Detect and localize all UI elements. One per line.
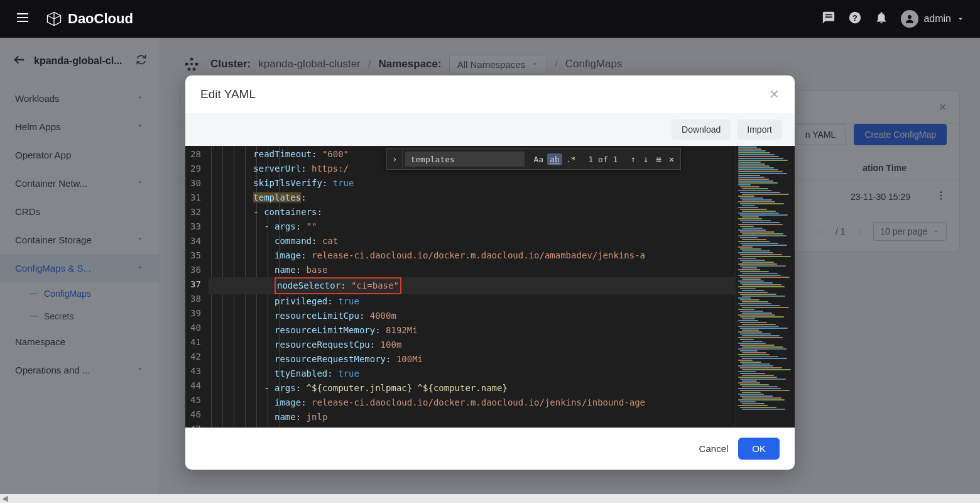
- find-close-icon[interactable]: ✕: [667, 153, 677, 165]
- brand-text: DaoCloud: [68, 11, 133, 27]
- h-scrollbar[interactable]: ◄: [0, 494, 980, 503]
- minimap[interactable]: [735, 146, 795, 428]
- daocloud-icon: [45, 10, 63, 28]
- user-menu[interactable]: admin: [901, 10, 965, 28]
- find-expand-icon[interactable]: ›: [387, 149, 403, 169]
- find-next-icon[interactable]: ↓: [641, 153, 651, 165]
- svg-text:?: ?: [853, 13, 858, 23]
- find-prev-icon[interactable]: ↑: [628, 153, 638, 165]
- help-icon[interactable]: ?: [848, 11, 862, 27]
- download-button[interactable]: Download: [672, 119, 731, 140]
- chevron-down-icon: [956, 14, 965, 23]
- import-button[interactable]: Import: [737, 119, 782, 140]
- cancel-button[interactable]: Cancel: [699, 443, 729, 454]
- chat-icon[interactable]: [822, 11, 836, 27]
- ok-button[interactable]: OK: [738, 438, 780, 460]
- user-name: admin: [923, 13, 951, 25]
- svg-point-5: [908, 15, 912, 19]
- modal-overlay: Edit YAML ✕ Download Import 282930313233…: [0, 38, 980, 503]
- user-avatar-icon: [901, 10, 918, 28]
- brand-logo[interactable]: DaoCloud: [45, 10, 133, 28]
- match-case-icon[interactable]: Aa: [531, 153, 546, 165]
- find-count: 1 of 1: [582, 155, 624, 164]
- modal-toolbar: Download Import: [185, 113, 795, 146]
- modal-title: Edit YAML: [200, 87, 256, 101]
- code-area[interactable]: readTimeout: "600" serverUrl: https:/ sk…: [209, 146, 735, 428]
- regex-icon[interactable]: .*: [564, 153, 579, 165]
- find-nav: ↑ ↓ ≡ ✕: [624, 153, 680, 165]
- top-header: DaoCloud ? admin: [0, 0, 980, 38]
- scroll-left-icon[interactable]: ◄: [1, 495, 9, 502]
- find-input[interactable]: [405, 152, 525, 167]
- modal-header: Edit YAML ✕: [185, 75, 795, 113]
- hamburger-icon[interactable]: [15, 10, 30, 28]
- find-options: Aa ab .*: [527, 153, 582, 165]
- bell-icon[interactable]: [874, 11, 888, 27]
- modal-footer: Cancel OK: [185, 428, 795, 470]
- find-bar: › Aa ab .* 1 of 1 ↑ ↓ ≡ ✕: [386, 148, 681, 170]
- header-left: DaoCloud: [15, 10, 133, 28]
- edit-yaml-modal: Edit YAML ✕ Download Import 282930313233…: [185, 75, 795, 470]
- modal-close-icon[interactable]: ✕: [769, 87, 780, 102]
- yaml-editor[interactable]: 2829303132333435363738394041424344454647…: [185, 146, 795, 428]
- find-selection-icon[interactable]: ≡: [653, 153, 663, 165]
- whole-word-icon[interactable]: ab: [547, 153, 562, 165]
- line-gutter: 2829303132333435363738394041424344454647: [185, 146, 209, 428]
- content-area: kpanda-global-cl... WorkloadsHelm AppsOp…: [0, 38, 980, 503]
- header-right: ? admin: [822, 10, 965, 28]
